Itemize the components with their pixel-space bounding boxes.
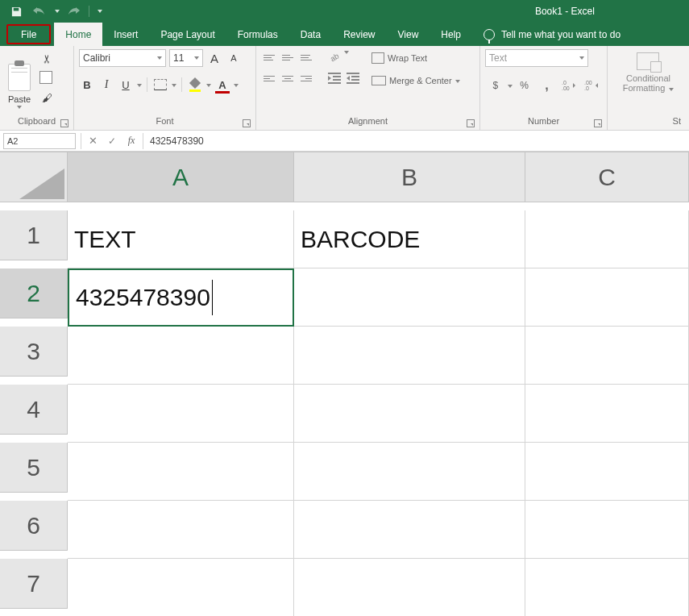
percent-button[interactable]: % xyxy=(514,77,535,94)
cell-a1[interactable]: TEXT xyxy=(68,210,294,268)
increase-indent-button[interactable] xyxy=(344,70,360,86)
cell-b7[interactable] xyxy=(294,559,525,616)
dialog-launcher-icon[interactable] xyxy=(60,119,68,127)
cell-c7[interactable] xyxy=(525,559,689,616)
cell-a6[interactable] xyxy=(68,501,294,559)
merge-center-button[interactable]: Merge & Center xyxy=(371,72,460,89)
border-button[interactable] xyxy=(152,77,168,93)
select-all-corner[interactable] xyxy=(0,152,68,202)
font-size-combo[interactable]: 11 xyxy=(169,49,203,67)
dialog-launcher-icon[interactable] xyxy=(594,119,602,127)
conditional-formatting-button[interactable]: Conditional Formatting xyxy=(618,49,679,96)
ribbon-tabs: File Home Insert Page Layout Formulas Da… xyxy=(0,23,689,46)
cell-c2[interactable] xyxy=(525,268,689,327)
number-format-combo[interactable]: Text xyxy=(485,49,588,67)
bold-button[interactable]: B xyxy=(79,77,95,93)
row-header-5[interactable]: 5 xyxy=(0,443,68,493)
tab-insert[interactable]: Insert xyxy=(102,23,149,46)
enter-button[interactable]: ✓ xyxy=(102,133,122,149)
underline-button[interactable]: U xyxy=(118,77,134,93)
column-header-c[interactable]: C xyxy=(525,152,689,202)
chevron-down-icon[interactable] xyxy=(206,84,211,87)
fill-color-button[interactable] xyxy=(187,77,203,93)
tell-me-search[interactable]: Tell me what you want to do xyxy=(472,23,632,46)
comma-button[interactable]: , xyxy=(537,77,558,94)
decrease-indent-button[interactable] xyxy=(326,70,342,86)
row-header-1[interactable]: 1 xyxy=(0,210,68,260)
undo-icon[interactable] xyxy=(31,3,47,19)
chevron-down-icon[interactable] xyxy=(137,84,142,87)
cell-b1[interactable]: BARCODE xyxy=(294,210,525,268)
font-color-button[interactable]: A xyxy=(214,77,230,93)
column-header-a[interactable]: A xyxy=(68,152,294,202)
chevron-down-icon[interactable] xyxy=(234,84,239,87)
wrap-icon xyxy=(371,52,384,64)
row-header-2[interactable]: 2 xyxy=(0,268,68,318)
border-icon xyxy=(154,79,167,90)
cell-a4[interactable] xyxy=(68,385,294,443)
cell-a2[interactable]: 4325478390 xyxy=(68,268,294,327)
align-bottom-button[interactable] xyxy=(298,49,314,65)
tab-formulas[interactable]: Formulas xyxy=(226,23,289,46)
cell-c5[interactable] xyxy=(525,443,689,501)
row-header-4[interactable]: 4 xyxy=(0,385,68,435)
cell-c1[interactable] xyxy=(525,210,689,268)
tab-review[interactable]: Review xyxy=(332,23,386,46)
tab-home[interactable]: Home xyxy=(54,23,102,46)
cell-b3[interactable] xyxy=(294,327,525,385)
tab-page-layout[interactable]: Page Layout xyxy=(149,23,226,46)
dialog-launcher-icon[interactable] xyxy=(467,119,475,127)
align-left-button[interactable] xyxy=(261,70,277,86)
wrap-text-button[interactable]: Wrap Text xyxy=(371,49,460,67)
dialog-launcher-icon[interactable] xyxy=(243,119,251,127)
cell-b5[interactable] xyxy=(294,443,525,501)
align-center-button[interactable] xyxy=(280,70,296,86)
increase-decimal-button[interactable]: .0.00 xyxy=(558,77,579,94)
decrease-decimal-button[interactable]: .00.0 xyxy=(581,77,602,94)
tab-file[interactable]: File xyxy=(6,24,51,44)
cut-button[interactable]: ✂ xyxy=(39,51,55,67)
cell-c6[interactable] xyxy=(525,501,689,559)
cell-b4[interactable] xyxy=(294,385,525,443)
cell-c3[interactable] xyxy=(525,327,689,385)
name-box[interactable]: A2 xyxy=(3,133,76,149)
grow-font-button[interactable]: A xyxy=(206,50,222,66)
row-header-7[interactable]: 7 xyxy=(0,559,68,609)
cell-c4[interactable] xyxy=(525,385,689,443)
align-middle-button[interactable] xyxy=(280,49,296,65)
cell-a3[interactable] xyxy=(68,327,294,385)
format-painter-button[interactable]: 🖌 xyxy=(39,89,55,106)
align-top-button[interactable] xyxy=(261,49,277,65)
align-right-button[interactable] xyxy=(298,70,314,86)
copy-icon xyxy=(41,73,52,84)
chevron-down-icon[interactable] xyxy=(172,84,176,87)
shrink-font-button[interactable]: A xyxy=(226,50,242,66)
paste-button[interactable]: Paste xyxy=(5,49,34,110)
tab-view[interactable]: View xyxy=(387,23,430,46)
chevron-down-icon[interactable] xyxy=(344,51,349,54)
undo-dropdown-icon[interactable] xyxy=(55,10,60,13)
qat-customize-icon[interactable] xyxy=(98,10,102,13)
fx-icon[interactable]: fx xyxy=(122,135,141,147)
cell-b6[interactable] xyxy=(294,501,525,559)
tab-data[interactable]: Data xyxy=(289,23,332,46)
font-name-combo[interactable]: Calibri xyxy=(79,49,166,67)
row-header-6[interactable]: 6 xyxy=(0,501,68,551)
tab-help[interactable]: Help xyxy=(430,23,472,46)
cell-b2[interactable] xyxy=(294,268,525,327)
orientation-button[interactable]: ab xyxy=(326,49,342,65)
window-title: Book1 - Excel xyxy=(535,6,595,17)
cell-a5[interactable] xyxy=(68,443,294,501)
formula-input[interactable]: 4325478390 xyxy=(145,135,689,147)
row-header-3[interactable]: 3 xyxy=(0,327,68,377)
italic-button[interactable]: I xyxy=(98,77,114,93)
cell-a7[interactable] xyxy=(68,559,294,616)
copy-button[interactable] xyxy=(39,70,55,86)
column-header-b[interactable]: B xyxy=(294,152,525,202)
svg-text:.0: .0 xyxy=(562,80,567,85)
save-icon[interactable] xyxy=(8,3,24,19)
chevron-down-icon[interactable] xyxy=(508,85,513,88)
cancel-button[interactable]: ✕ xyxy=(83,133,102,149)
accounting-format-button[interactable]: $ xyxy=(485,77,506,94)
redo-icon[interactable] xyxy=(66,3,82,19)
